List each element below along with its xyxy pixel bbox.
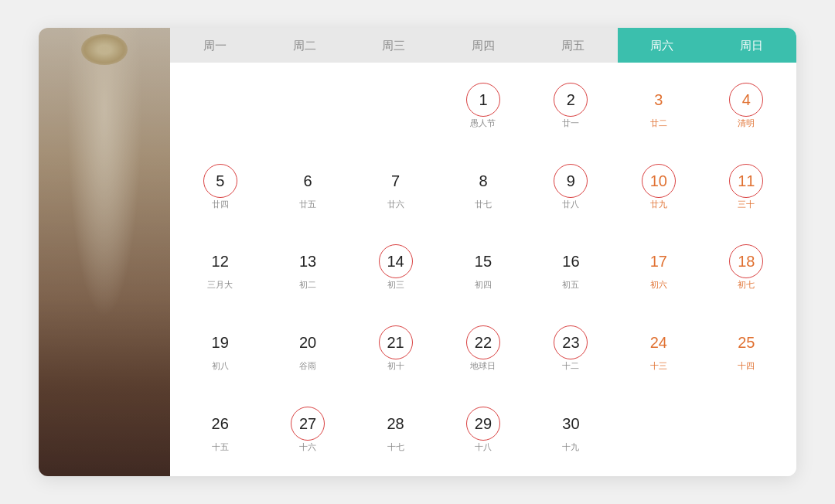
day-num-wrap: 9: [554, 164, 588, 198]
day-sublabel: 初八: [212, 360, 229, 372]
day-num-wrap: 21: [379, 325, 413, 359]
day-sublabel: 谷雨: [299, 360, 316, 372]
day-number: 10: [650, 173, 667, 189]
day-num-wrap: 23: [554, 325, 588, 359]
day-num-wrap: 15: [466, 244, 500, 278]
day-sublabel: 廿五: [299, 199, 316, 210]
day-cell[interactable]: 12三月大: [176, 227, 264, 308]
day-cell[interactable]: 15初四: [439, 227, 527, 308]
day-sublabel: 廿二: [650, 117, 667, 129]
right-panel: 周一周二周三周四周五周六周日 1愚人节2廿一3廿二4清明5廿四6廿五7廿六8廿七…: [170, 28, 796, 476]
day-cell[interactable]: 21初十: [352, 308, 439, 390]
day-cell[interactable]: 19初八: [176, 308, 264, 390]
day-num-wrap: 3: [642, 83, 676, 117]
left-overlay: [39, 28, 170, 476]
day-cell[interactable]: 24十三: [615, 308, 702, 390]
calendar-header: 周一周二周三周四周五周六周日: [170, 28, 796, 63]
day-number: 29: [475, 416, 492, 431]
day-number: 9: [567, 173, 575, 189]
day-number: 12: [212, 254, 229, 269]
header-cell-周三: 周三: [349, 28, 438, 63]
day-cell[interactable]: 28十七: [352, 389, 439, 470]
day-cell[interactable]: 22地球日: [439, 308, 527, 390]
day-sublabel: 初七: [738, 279, 755, 291]
day-number: 27: [299, 416, 316, 431]
day-num-wrap: 26: [203, 407, 237, 441]
day-cell[interactable]: 25十四: [703, 308, 790, 390]
day-num-wrap: 6: [291, 164, 325, 198]
day-sublabel: 廿七: [475, 199, 492, 210]
day-cell[interactable]: 1愚人节: [439, 66, 527, 147]
day-num-wrap: 17: [642, 244, 676, 278]
day-sublabel: 廿八: [562, 199, 579, 210]
day-cell[interactable]: 10廿九: [615, 147, 702, 228]
day-cell[interactable]: 29十八: [439, 389, 527, 470]
day-cell[interactable]: 16初五: [527, 227, 615, 308]
calendar-container: 周一周二周三周四周五周六周日 1愚人节2廿一3廿二4清明5廿四6廿五7廿六8廿七…: [39, 28, 796, 476]
day-sublabel: 三十: [738, 199, 755, 210]
day-number: 19: [212, 335, 229, 350]
day-sublabel: 十七: [387, 441, 404, 453]
day-cell[interactable]: 4清明: [703, 66, 790, 147]
day-cell[interactable]: 13初二: [264, 227, 351, 308]
day-num-wrap: 29: [466, 407, 500, 441]
day-cell[interactable]: 3廿二: [615, 66, 702, 147]
day-sublabel: 十二: [562, 360, 579, 372]
header-cell-周一: 周一: [170, 28, 260, 63]
day-number: 30: [562, 416, 579, 431]
day-cell[interactable]: 14初三: [352, 227, 439, 308]
day-sublabel: 十八: [475, 441, 492, 453]
day-number: 24: [650, 335, 667, 350]
day-cell[interactable]: 18初七: [703, 227, 790, 308]
day-number: 15: [475, 254, 492, 269]
day-num-wrap: 30: [554, 407, 588, 441]
left-panel: [39, 28, 170, 476]
day-cell[interactable]: 9廿八: [527, 147, 615, 228]
day-num-wrap: 7: [379, 164, 413, 198]
day-cell[interactable]: 11三十: [703, 147, 790, 228]
day-number: 23: [562, 335, 579, 350]
day-num-wrap: 24: [642, 325, 676, 359]
day-cell[interactable]: 17初六: [615, 227, 702, 308]
day-cell[interactable]: 5廿四: [176, 147, 264, 228]
day-sublabel: 十三: [650, 360, 667, 372]
day-num-wrap: 4: [729, 83, 763, 117]
day-sublabel: 初六: [650, 279, 667, 291]
day-number: 13: [299, 254, 316, 269]
day-num-wrap: 25: [729, 325, 763, 359]
day-sublabel: 三月大: [207, 279, 233, 291]
day-sublabel: 清明: [738, 117, 755, 129]
day-number: 26: [212, 416, 229, 431]
day-number: 21: [387, 335, 404, 350]
day-num-wrap: 19: [203, 325, 237, 359]
day-num-wrap: 2: [554, 83, 588, 117]
day-cell[interactable]: 26十五: [176, 389, 264, 470]
day-sublabel: 地球日: [470, 360, 496, 372]
day-num-wrap: 18: [729, 244, 763, 278]
day-cell[interactable]: 7廿六: [352, 147, 439, 228]
day-number: 16: [562, 254, 579, 269]
day-cell[interactable]: 20谷雨: [264, 308, 351, 390]
day-num-wrap: 1: [466, 83, 500, 117]
day-num-wrap: 28: [379, 407, 413, 441]
day-number: 18: [738, 254, 755, 269]
header-cell-周日: 周日: [707, 28, 796, 63]
day-num-wrap: 14: [379, 244, 413, 278]
day-num-wrap: 13: [291, 244, 325, 278]
day-number: 1: [479, 92, 487, 107]
day-cell[interactable]: 8廿七: [439, 147, 527, 228]
day-cell[interactable]: 2廿一: [527, 66, 615, 147]
day-number: 14: [387, 254, 404, 269]
day-cell[interactable]: 6廿五: [264, 147, 351, 228]
day-num-wrap: 16: [554, 244, 588, 278]
day-sublabel: 十六: [299, 441, 316, 453]
day-sublabel: 十四: [738, 360, 755, 372]
day-num-wrap: 11: [729, 164, 763, 198]
day-number: 3: [654, 92, 663, 107]
day-cell[interactable]: 27十六: [264, 389, 351, 470]
day-number: 2: [567, 92, 575, 107]
day-cell[interactable]: 23十二: [527, 308, 615, 390]
day-sublabel: 廿四: [212, 199, 229, 210]
day-number: 6: [304, 173, 312, 189]
day-cell[interactable]: 30十九: [527, 389, 615, 470]
